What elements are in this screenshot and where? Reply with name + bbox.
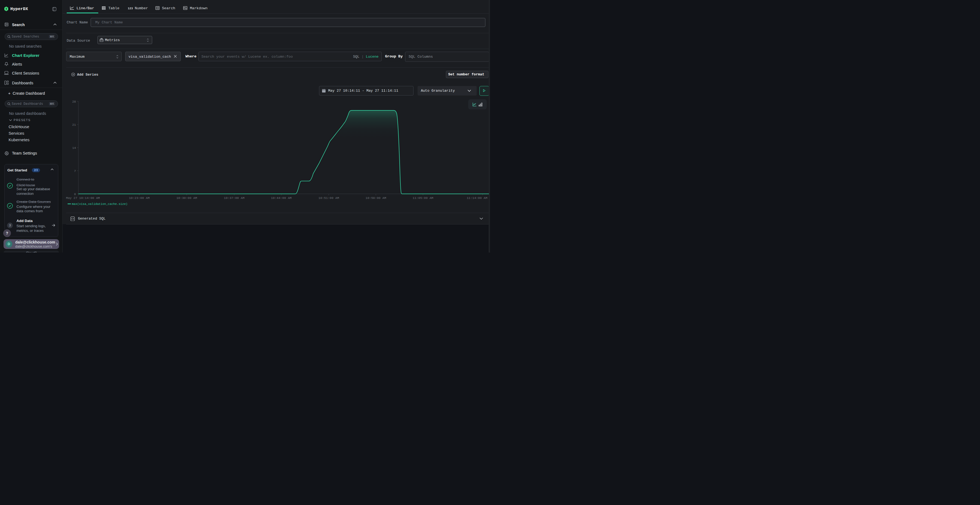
svg-text:10:44:00 AM: 10:44:00 AM [271, 196, 291, 200]
svg-text:10:30:00 AM: 10:30:00 AM [177, 196, 197, 200]
svg-text:0: 0 [74, 192, 76, 196]
svg-text:10:51:00 AM: 10:51:00 AM [318, 196, 339, 200]
svg-text:max(visa_validation_cache.size: max(visa_validation_cache.size) [72, 202, 128, 206]
svg-text:May 27 10:14:00 AM: May 27 10:14:00 AM [66, 196, 100, 200]
svg-text:7: 7 [74, 169, 76, 173]
svg-text:28: 28 [72, 100, 76, 103]
svg-text:10:23:00 AM: 10:23:00 AM [129, 196, 150, 200]
svg-text:21: 21 [72, 123, 76, 127]
svg-text:11:05:00 AM: 11:05:00 AM [413, 196, 433, 200]
svg-text:10:37:00 AM: 10:37:00 AM [224, 196, 245, 200]
svg-text:14: 14 [72, 146, 76, 150]
svg-text:10:58:00 AM: 10:58:00 AM [366, 196, 386, 200]
svg-text:11:14:00 AM: 11:14:00 AM [466, 196, 487, 200]
